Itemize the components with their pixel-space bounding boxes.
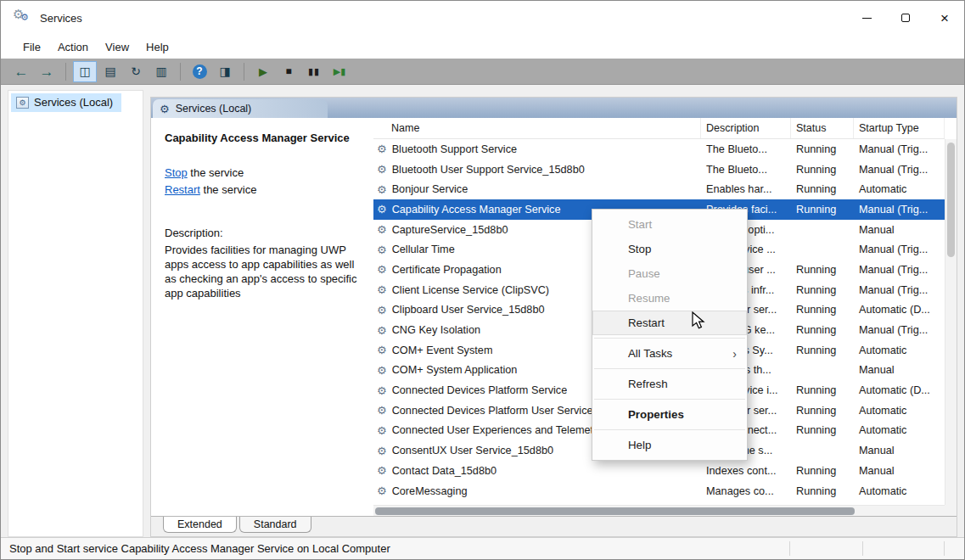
- service-status: Running: [791, 324, 854, 336]
- refresh-button[interactable]: ↻: [124, 61, 148, 82]
- help-button[interactable]: ?: [188, 61, 211, 82]
- main-panel: ⚙ Services (Local) Capability Access Man…: [150, 97, 957, 537]
- content-area: ⚙ Services (Local) ⚙ Services (Local) Ca…: [1, 85, 964, 537]
- selected-service-title: Capability Access Manager Service: [165, 132, 362, 144]
- service-row[interactable]: ⚙Bluetooth Support ServiceThe Blueto...R…: [373, 139, 945, 160]
- start-service-button[interactable]: ▶: [251, 61, 275, 82]
- close-button[interactable]: ×: [925, 1, 964, 35]
- service-name: ConsentUX User Service_15d8b0: [392, 445, 553, 456]
- services-window: ⚙ ⚙ Services × FileActionViewHelp ←→◫▤↻▥…: [0, 0, 965, 560]
- minimize-button[interactable]: [847, 1, 886, 35]
- service-name: Bonjour Service: [392, 183, 468, 195]
- context-menu-item-refresh[interactable]: Refresh: [592, 372, 747, 396]
- tab-standard[interactable]: Standard: [239, 517, 311, 533]
- service-name: Contact Data_15d8b0: [392, 465, 497, 477]
- back-icon: ←: [14, 64, 29, 79]
- service-gear-icon: ⚙: [377, 365, 387, 376]
- service-status: Running: [791, 204, 854, 216]
- services-node-icon: ⚙: [16, 97, 29, 109]
- service-status: Running: [791, 384, 854, 396]
- service-name: Client License Service (ClipSVC): [392, 284, 549, 296]
- titlebar: ⚙ ⚙ Services ×: [1, 1, 964, 35]
- start-service-icon: ▶: [259, 66, 267, 77]
- service-status: Running: [791, 284, 854, 296]
- service-startup-type: Manual (Trig...: [854, 284, 945, 296]
- column-header-status[interactable]: Status: [791, 118, 854, 138]
- service-row[interactable]: ⚙Bluetooth User Support Service_15d8b0Th…: [373, 160, 945, 180]
- column-header-startup-type[interactable]: Startup Type: [854, 118, 945, 138]
- stop-service-line: Stop the service: [165, 166, 362, 179]
- forward-button[interactable]: →: [35, 61, 59, 82]
- service-description: Indexes cont...: [701, 465, 791, 477]
- context-menu-item-restart[interactable]: Restart: [592, 311, 747, 335]
- service-name-cell: ⚙Contact Data_15d8b0: [373, 465, 701, 477]
- vertical-scrollbar-thumb[interactable]: [947, 143, 955, 257]
- column-header-name[interactable]: Name: [373, 118, 701, 138]
- status-bar-divider: [944, 541, 945, 556]
- context-menu-item-help[interactable]: Help: [592, 433, 747, 457]
- snapin-header-tab: ⚙ Services (Local): [153, 99, 328, 118]
- context-menu-separator: [594, 368, 745, 369]
- tree-item-services-local[interactable]: ⚙ Services (Local): [11, 93, 121, 112]
- status-bar-text: Stop and Start service Capability Access…: [9, 542, 390, 555]
- service-gear-icon: ⚙: [377, 465, 387, 476]
- maximize-button[interactable]: [886, 1, 925, 35]
- service-name: Clipboard User Service_15d8b0: [392, 304, 545, 316]
- menu-action[interactable]: Action: [49, 37, 97, 57]
- status-bar-divider: [862, 541, 863, 556]
- mouse-cursor-icon: [692, 311, 706, 334]
- export-list-button[interactable]: ▥: [149, 61, 173, 82]
- pause-service-button[interactable]: ▮▮: [302, 61, 326, 82]
- restart-service-button[interactable]: ▶▮: [328, 61, 351, 82]
- context-menu-item-stop[interactable]: Stop: [592, 237, 747, 261]
- show-action-pane-icon: ◨: [219, 65, 230, 77]
- stop-service-button[interactable]: ■: [277, 61, 300, 82]
- restart-service-link[interactable]: Restart: [165, 183, 200, 196]
- menu-view[interactable]: View: [97, 37, 137, 57]
- service-gear-icon: ⚙: [377, 224, 387, 235]
- stop-service-link[interactable]: Stop: [165, 166, 188, 179]
- service-name-cell: ⚙Bluetooth User Support Service_15d8b0: [373, 164, 701, 176]
- main-body: Capability Access Manager Service Stop t…: [151, 118, 957, 516]
- horizontal-scrollbar[interactable]: [373, 505, 945, 516]
- vertical-scrollbar[interactable]: [945, 139, 957, 505]
- column-header-description[interactable]: Description: [701, 118, 791, 138]
- description-text: Provides facilities for managing UWP app…: [165, 243, 367, 301]
- service-gear-icon: ⚙: [377, 405, 387, 416]
- service-gear-icon: ⚙: [377, 485, 387, 496]
- properties-icon: ▤: [104, 65, 115, 77]
- service-status: Running: [791, 485, 854, 497]
- service-row[interactable]: ⚙CoreMessagingManages co...RunningAutoma…: [373, 481, 945, 501]
- service-row[interactable]: ⚙Bonjour ServiceEnables har...RunningAut…: [373, 179, 945, 199]
- service-startup-type: Manual: [854, 224, 945, 236]
- service-status: Running: [791, 264, 854, 276]
- extended-detail-pane: Capability Access Manager Service Stop t…: [151, 118, 373, 516]
- service-name: COM+ Event System: [392, 344, 493, 356]
- service-name: Connected Devices Platform Service: [392, 384, 568, 396]
- stop-service-icon: ■: [285, 66, 291, 76]
- context-menu-separator: [594, 338, 745, 339]
- menu-file[interactable]: File: [14, 37, 49, 57]
- context-menu-item-all-tasks[interactable]: All Tasks›: [592, 341, 747, 366]
- status-bar-divider: [789, 541, 790, 556]
- scrollbar-corner: [945, 505, 957, 516]
- context-menu-item-properties[interactable]: Properties: [592, 402, 747, 427]
- service-row[interactable]: ⚙Contact Data_15d8b0Indexes cont...Runni…: [373, 461, 945, 481]
- toolbar-separator: [244, 63, 244, 81]
- gear-icon: ⚙: [20, 12, 29, 23]
- service-startup-type: Automatic: [854, 485, 945, 497]
- menu-bar: FileActionViewHelp: [1, 35, 964, 59]
- tab-extended[interactable]: Extended: [163, 517, 237, 533]
- service-name-cell: ⚙CoreMessaging: [373, 485, 701, 497]
- horizontal-scrollbar-thumb[interactable]: [375, 507, 855, 515]
- menu-help[interactable]: Help: [137, 37, 177, 57]
- show-action-pane-button[interactable]: ◨: [213, 61, 237, 82]
- service-description: Manages co...: [701, 485, 791, 497]
- service-gear-icon: ⚙: [377, 344, 387, 356]
- show-console-tree-button[interactable]: ◫: [73, 61, 97, 82]
- service-startup-type: Manual: [854, 445, 945, 456]
- properties-button[interactable]: ▤: [98, 61, 122, 82]
- back-button[interactable]: ←: [9, 61, 33, 82]
- toolbar-separator: [180, 63, 181, 81]
- service-gear-icon: ⚙: [377, 264, 387, 275]
